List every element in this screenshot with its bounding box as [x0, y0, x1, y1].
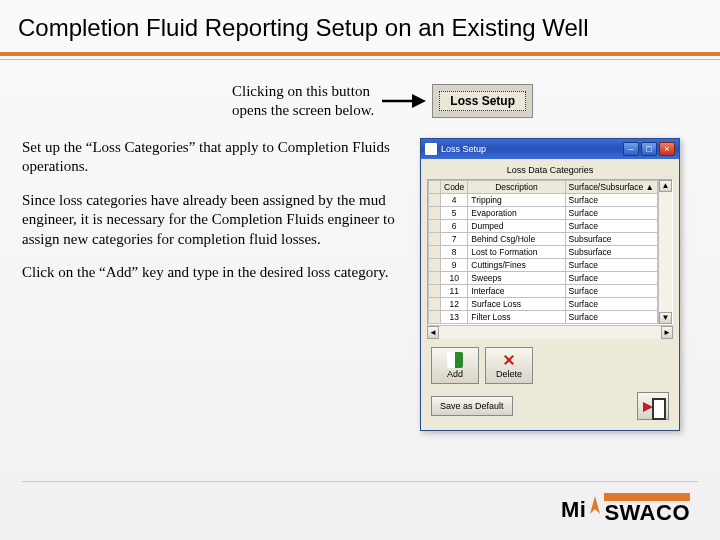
table-row[interactable]: 7Behind Csg/HoleSubsurface [429, 232, 658, 245]
table-row[interactable]: 6DumpedSurface [429, 219, 658, 232]
cell-surface[interactable]: Surface [565, 284, 657, 297]
loss-setup-button-panel: Loss Setup [432, 84, 533, 118]
delete-icon [501, 352, 517, 368]
table-row[interactable]: 11InterfaceSurface [429, 284, 658, 297]
table-row[interactable]: 4TrippingSurface [429, 193, 658, 206]
footer-rule [22, 481, 698, 482]
row-header[interactable] [429, 193, 441, 206]
logo-swaco: SWACO [604, 493, 690, 526]
cell-description[interactable]: Filter Loss [468, 310, 565, 323]
cell-code[interactable]: 12 [441, 297, 468, 310]
cell-surface[interactable]: Surface [565, 310, 657, 323]
arrow-caption-line-1: Clicking on this button [232, 83, 370, 99]
row-header[interactable] [429, 284, 441, 297]
cell-code[interactable]: 9 [441, 258, 468, 271]
cell-description[interactable]: Sweeps [468, 271, 565, 284]
close-button[interactable]: × [659, 142, 675, 156]
title-rule [0, 52, 720, 56]
window-titlebar[interactable]: Loss Setup – □ × [421, 139, 679, 159]
grid-caption: Loss Data Categories [427, 165, 673, 175]
minimize-button[interactable]: – [623, 142, 639, 156]
loss-categories-grid[interactable]: Code Description Surface/Subsurface ▲ 4T… [428, 180, 658, 324]
row-header[interactable] [429, 297, 441, 310]
add-icon [447, 352, 463, 368]
cell-code[interactable]: 10 [441, 271, 468, 284]
arrow-caption: Clicking on this button opens the screen… [232, 82, 374, 120]
paragraph-1: Set up the “Loss Categories” that apply … [22, 138, 402, 177]
table-row[interactable]: 8Lost to FormationSubsurface [429, 245, 658, 258]
add-button-label: Add [447, 369, 463, 379]
cell-description[interactable]: Behind Csg/Hole [468, 232, 565, 245]
cell-surface[interactable]: Surface [565, 297, 657, 310]
delete-button[interactable]: Delete [485, 347, 533, 384]
cell-surface[interactable]: Surface [565, 271, 657, 284]
cell-surface[interactable]: Surface [565, 193, 657, 206]
scroll-right-icon[interactable]: ► [661, 326, 673, 339]
row-header[interactable] [429, 232, 441, 245]
row-header[interactable] [429, 219, 441, 232]
svg-marker-2 [590, 496, 600, 514]
col-code[interactable]: Code [441, 180, 468, 193]
table-row[interactable]: 9Cuttings/FinesSurface [429, 258, 658, 271]
row-header[interactable] [429, 310, 441, 323]
table-row[interactable]: 12Surface LossSurface [429, 297, 658, 310]
slide-title: Completion Fluid Reporting Setup on an E… [0, 0, 720, 48]
logo-mi: Mi [561, 497, 586, 523]
logo-separator-icon [588, 494, 602, 522]
arrow-right-icon [382, 90, 426, 112]
cell-code[interactable]: 7 [441, 232, 468, 245]
row-header[interactable] [429, 271, 441, 284]
row-header[interactable] [429, 245, 441, 258]
logo: Mi SWACO [561, 493, 690, 526]
cell-description[interactable]: Cuttings/Fines [468, 258, 565, 271]
exit-button[interactable] [637, 392, 669, 420]
vertical-scrollbar[interactable]: ▲ ▼ [658, 180, 672, 324]
cell-code[interactable]: 6 [441, 219, 468, 232]
svg-marker-1 [412, 94, 426, 108]
row-header[interactable] [429, 206, 441, 219]
scroll-left-icon[interactable]: ◄ [427, 326, 439, 339]
table-row[interactable]: 10SweepsSurface [429, 271, 658, 284]
loss-setup-window: Loss Setup – □ × Loss Data Categories Co… [420, 138, 680, 431]
cell-code[interactable]: 4 [441, 193, 468, 206]
add-button[interactable]: Add [431, 347, 479, 384]
cell-surface[interactable]: Subsurface [565, 245, 657, 258]
cell-description[interactable]: Evaporation [468, 206, 565, 219]
window-title: Loss Setup [441, 144, 486, 154]
cell-code[interactable]: 5 [441, 206, 468, 219]
body-text: Set up the “Loss Categories” that apply … [22, 138, 402, 431]
maximize-button[interactable]: □ [641, 142, 657, 156]
col-description[interactable]: Description [468, 180, 565, 193]
table-row[interactable]: 5EvaporationSurface [429, 206, 658, 219]
delete-button-label: Delete [496, 369, 522, 379]
cell-description[interactable]: Tripping [468, 193, 565, 206]
cell-description[interactable]: Lost to Formation [468, 245, 565, 258]
window-icon [425, 143, 437, 155]
save-default-button[interactable]: Save as Default [431, 396, 513, 416]
paragraph-3: Click on the “Add” key and type in the d… [22, 263, 402, 283]
cell-code[interactable]: 8 [441, 245, 468, 258]
cell-description[interactable]: Interface [468, 284, 565, 297]
horizontal-scrollbar[interactable]: ◄ ► [427, 325, 673, 339]
scroll-down-icon[interactable]: ▼ [659, 312, 672, 324]
grid-corner [429, 180, 441, 193]
loss-setup-button[interactable]: Loss Setup [439, 91, 526, 111]
scroll-up-icon[interactable]: ▲ [659, 180, 672, 192]
cell-code[interactable]: 11 [441, 284, 468, 297]
arrow-caption-line-2: opens the screen below. [232, 102, 374, 118]
col-surface[interactable]: Surface/Subsurface ▲ [565, 180, 657, 193]
cell-surface[interactable]: Subsurface [565, 232, 657, 245]
paragraph-2: Since loss categories have already been … [22, 191, 402, 250]
row-header[interactable] [429, 258, 441, 271]
cell-description[interactable]: Surface Loss [468, 297, 565, 310]
cell-code[interactable]: 13 [441, 310, 468, 323]
table-row[interactable]: 13Filter LossSurface [429, 310, 658, 323]
cell-surface[interactable]: Surface [565, 219, 657, 232]
cell-surface[interactable]: Surface [565, 206, 657, 219]
cell-description[interactable]: Dumped [468, 219, 565, 232]
cell-surface[interactable]: Surface [565, 258, 657, 271]
